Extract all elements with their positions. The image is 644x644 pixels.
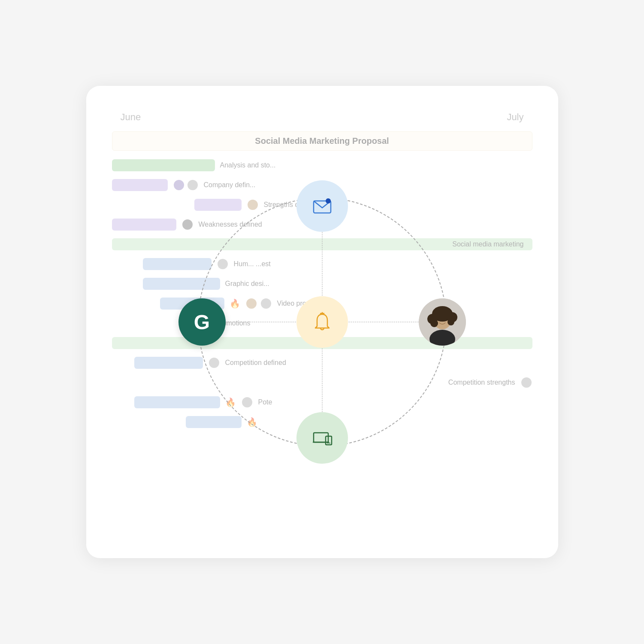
overlay: G xyxy=(86,86,558,558)
devices-icon-circle xyxy=(296,412,348,464)
svg-point-15 xyxy=(447,319,454,325)
person-photo xyxy=(419,298,466,346)
bell-icon xyxy=(311,311,333,333)
email-icon-circle xyxy=(296,180,348,232)
g-logo: G xyxy=(178,298,226,346)
devices-icon xyxy=(311,427,333,449)
person-avatar-svg xyxy=(419,298,466,346)
svg-point-1 xyxy=(326,198,331,204)
email-icon xyxy=(311,195,333,217)
g-logo-letter: G xyxy=(194,310,210,334)
svg-point-16 xyxy=(432,309,441,318)
main-card: June July Social Media Marketing Proposa… xyxy=(86,86,558,558)
svg-point-17 xyxy=(444,309,452,316)
bell-icon-circle xyxy=(296,296,348,348)
svg-point-14 xyxy=(430,319,438,327)
